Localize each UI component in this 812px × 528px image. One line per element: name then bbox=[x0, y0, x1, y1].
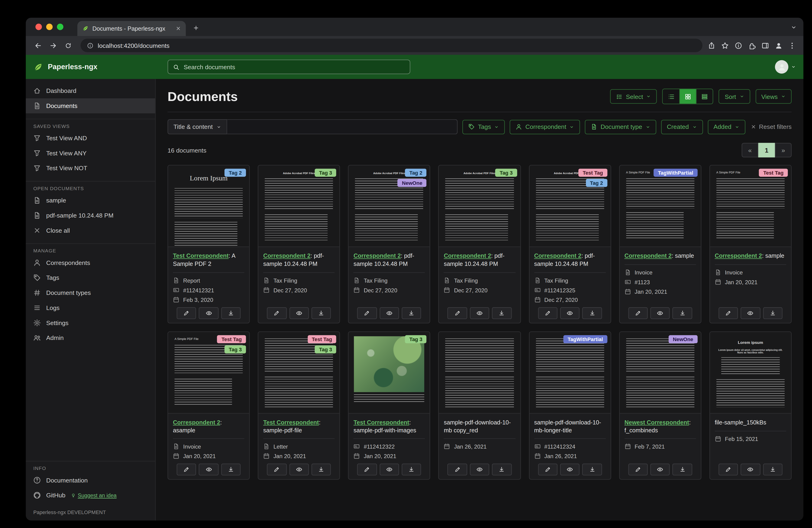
tag-badge[interactable]: Tag 3 bbox=[315, 169, 336, 177]
edit-button[interactable] bbox=[719, 464, 738, 475]
correspondent-filter-button[interactable]: Correspondent bbox=[510, 119, 580, 134]
tag-badge[interactable]: Tag 2 bbox=[224, 169, 246, 177]
browser-profile-icon[interactable] bbox=[775, 42, 782, 49]
user-menu[interactable] bbox=[775, 60, 796, 74]
correspondent-link[interactable]: Test Correspondent bbox=[173, 252, 229, 259]
download-button[interactable] bbox=[311, 307, 331, 319]
tag-badge[interactable]: Test Tag bbox=[579, 169, 607, 177]
download-button[interactable] bbox=[673, 307, 692, 319]
document-card[interactable]: Test Tag Tag 3 Test Correspondent: sampl… bbox=[258, 331, 340, 480]
tag-badge[interactable]: Tag 3 bbox=[495, 169, 517, 177]
correspondent-link[interactable]: Correspondent 2 bbox=[534, 252, 581, 259]
download-button[interactable] bbox=[492, 464, 512, 475]
added-filter-button[interactable]: Added bbox=[708, 119, 745, 134]
tag-badge[interactable]: Test Tag bbox=[759, 169, 788, 177]
preview-button[interactable] bbox=[379, 464, 399, 475]
download-button[interactable] bbox=[673, 464, 692, 475]
document-thumbnail[interactable]: A Simple PDF File Test Tag bbox=[710, 166, 791, 247]
document-card[interactable]: Adobe Acrobat PDF Files Tag 3 Correspond… bbox=[438, 165, 521, 323]
sidebar-item-documents[interactable]: Documents bbox=[26, 98, 155, 113]
edit-button[interactable] bbox=[448, 464, 467, 475]
correspondent-link[interactable]: Correspondent 2 bbox=[353, 252, 401, 259]
download-button[interactable] bbox=[402, 307, 421, 319]
preview-button[interactable] bbox=[650, 307, 670, 319]
edit-button[interactable] bbox=[357, 464, 377, 475]
download-button[interactable] bbox=[763, 307, 783, 319]
correspondent-link[interactable]: Correspondent 2 bbox=[263, 252, 310, 259]
download-button[interactable] bbox=[402, 464, 421, 475]
preview-button[interactable] bbox=[560, 307, 580, 319]
tag-badge[interactable]: NewOne bbox=[669, 335, 698, 343]
document-card[interactable]: Adobe Acrobat PDF Files Test Tag Tag 2 C… bbox=[529, 165, 611, 323]
document-card[interactable]: A Simple PDF File TagWithPartial Corresp… bbox=[619, 165, 701, 323]
page-info-icon[interactable] bbox=[735, 42, 742, 49]
tab-close-icon[interactable] bbox=[176, 26, 181, 31]
sidebar-item-admin[interactable]: Admin bbox=[26, 330, 155, 345]
tag-badge[interactable]: TagWithPartial bbox=[563, 335, 607, 343]
filter-text-input[interactable] bbox=[227, 119, 458, 134]
tag-badge[interactable]: Tag 2 bbox=[586, 179, 607, 187]
correspondent-link[interactable]: Correspondent 2 bbox=[444, 252, 491, 259]
tag-badge[interactable]: Tag 3 bbox=[315, 345, 336, 353]
tag-badge[interactable]: Test Tag bbox=[308, 335, 336, 343]
detail-view-button[interactable] bbox=[696, 89, 713, 103]
tag-badge[interactable]: TagWithPartial bbox=[654, 169, 698, 177]
current-page-button[interactable]: 1 bbox=[758, 143, 775, 157]
sidebar-item-test-view-not[interactable]: Test View NOT bbox=[26, 161, 155, 176]
tab-search-button[interactable] bbox=[791, 23, 797, 33]
sidebar-item-logs[interactable]: Logs bbox=[26, 300, 155, 315]
download-button[interactable] bbox=[221, 307, 241, 319]
select-button[interactable]: Select bbox=[610, 89, 657, 103]
edit-button[interactable] bbox=[177, 307, 196, 319]
document-thumbnail[interactable]: Adobe Acrobat PDF Files Test Tag Tag 2 bbox=[529, 166, 610, 247]
sidebar-item-documentation[interactable]: Documentation bbox=[26, 473, 155, 488]
close-window-button[interactable] bbox=[35, 24, 42, 30]
created-filter-button[interactable]: Created bbox=[661, 119, 703, 134]
address-bar[interactable]: localhost:4200/documents bbox=[81, 39, 702, 52]
download-button[interactable] bbox=[492, 307, 512, 319]
download-button[interactable] bbox=[582, 307, 602, 319]
bookmark-star-icon[interactable] bbox=[721, 42, 729, 49]
sidebar-item-correspondents[interactable]: Correspondents bbox=[26, 255, 155, 270]
tag-badge[interactable]: Tag 2 bbox=[405, 169, 427, 177]
tag-badge[interactable]: Test Tag bbox=[217, 335, 246, 343]
preview-button[interactable] bbox=[650, 464, 670, 475]
tag-badge[interactable]: Tag 3 bbox=[224, 345, 246, 353]
edit-button[interactable] bbox=[357, 307, 377, 319]
filter-field-dropdown[interactable]: Title & content bbox=[168, 119, 227, 134]
search-input[interactable] bbox=[184, 63, 405, 70]
preview-button[interactable] bbox=[289, 464, 309, 475]
document-card[interactable]: Lorem ipsum Lorem ipsum dolor sit amet, … bbox=[709, 331, 792, 480]
sidebar-item-settings[interactable]: Settings bbox=[26, 315, 155, 330]
sidebar-item-open-doc-sample[interactable]: sample bbox=[26, 193, 155, 208]
share-icon[interactable] bbox=[708, 42, 715, 49]
suggest-idea-link[interactable]: Suggest an idea bbox=[71, 492, 117, 498]
document-type-filter-button[interactable]: Document type bbox=[585, 119, 656, 134]
next-page-button[interactable]: » bbox=[775, 143, 792, 157]
list-view-button[interactable] bbox=[663, 89, 680, 103]
sidebar-item-document-types[interactable]: Document types bbox=[26, 285, 155, 300]
document-thumbnail[interactable]: Test Tag Tag 3 bbox=[258, 332, 339, 414]
browser-menu-icon[interactable] bbox=[788, 42, 796, 49]
correspondent-link[interactable]: Correspondent 2 bbox=[715, 252, 762, 259]
preview-button[interactable] bbox=[470, 307, 489, 319]
download-button[interactable] bbox=[221, 464, 241, 475]
correspondent-link[interactable]: Test Correspondent bbox=[353, 419, 409, 425]
sidebar-item-open-doc-pdf-sample[interactable]: pdf-sample 10.24.48 PM bbox=[26, 208, 155, 223]
sort-button[interactable]: Sort bbox=[719, 89, 750, 103]
edit-button[interactable] bbox=[267, 307, 287, 319]
grid-view-button[interactable] bbox=[680, 89, 696, 103]
views-button[interactable]: Views bbox=[755, 89, 792, 103]
document-thumbnail[interactable]: Lorem Ipsum Tag 2 bbox=[168, 166, 249, 247]
preview-button[interactable] bbox=[199, 464, 218, 475]
browser-tab[interactable]: Documents - Paperless-ngx bbox=[77, 21, 186, 36]
forward-button[interactable] bbox=[46, 38, 60, 52]
preview-button[interactable] bbox=[379, 307, 399, 319]
tag-badge[interactable]: NewOne bbox=[398, 179, 427, 187]
extensions-puzzle-icon[interactable] bbox=[748, 42, 756, 49]
document-thumbnail[interactable]: A Simple PDF File TagWithPartial bbox=[620, 166, 701, 247]
document-card[interactable]: TagWithPartial sample-pdf-download-10-mb… bbox=[529, 331, 611, 480]
document-thumbnail[interactable]: Adobe Acrobat PDF Files Tag 2 NewOne bbox=[349, 166, 430, 247]
preview-button[interactable] bbox=[741, 307, 760, 319]
correspondent-link[interactable]: Newest Correspondent bbox=[624, 419, 689, 425]
